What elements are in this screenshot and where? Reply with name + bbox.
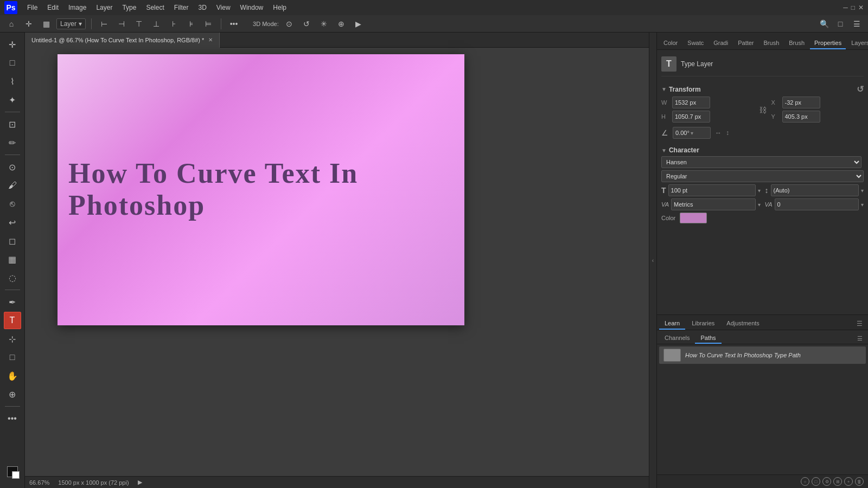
tab-adjustments[interactable]: Adjustments	[721, 318, 765, 330]
menu-help[interactable]: Help	[269, 3, 291, 12]
transform-reset-button[interactable]: ↺	[857, 84, 864, 94]
align-left[interactable]: ⊢	[97, 17, 111, 31]
font-family-select[interactable]: Hansen	[661, 156, 861, 168]
width-input[interactable]	[672, 97, 710, 108]
panel-options-icon[interactable]: ☰	[853, 318, 866, 330]
panel-icon-frame[interactable]: ⊞	[833, 477, 842, 486]
transform-section-header[interactable]: ▼ Transform ↺	[661, 81, 864, 97]
crop-tool[interactable]: ⊡	[4, 115, 21, 133]
align-middle[interactable]: ⊥	[149, 17, 163, 31]
tab-patterns[interactable]: Patter	[733, 37, 758, 49]
tab-libraries[interactable]: Libraries	[686, 318, 720, 330]
tab-color[interactable]: Color	[659, 37, 682, 49]
screen-mode[interactable]: □	[833, 17, 847, 31]
more-tools[interactable]: •••	[4, 410, 21, 427]
menu-3d[interactable]: 3D	[194, 3, 210, 12]
home-button[interactable]: ⌂	[4, 17, 18, 31]
y-input[interactable]	[782, 111, 820, 123]
more-options[interactable]: •••	[227, 17, 241, 31]
pen-tool[interactable]: ✒	[4, 293, 21, 311]
flip-h-icon[interactable]: ↔	[715, 129, 722, 137]
workspace[interactable]: ☰	[850, 17, 864, 31]
minimize-button[interactable]: ─	[843, 4, 848, 11]
close-button[interactable]: ✕	[858, 4, 864, 11]
menu-image[interactable]: Image	[64, 3, 91, 12]
marquee-tool[interactable]: □	[4, 54, 21, 72]
panel-icon-circle[interactable]: ○	[801, 477, 809, 486]
tab-brush1[interactable]: Brush	[760, 37, 784, 49]
leading-dropdown[interactable]: ▾	[861, 188, 864, 194]
maximize-button[interactable]: □	[851, 4, 855, 11]
selection-tool[interactable]: ⊹	[4, 330, 21, 348]
align-bottom[interactable]: ⊧	[184, 17, 198, 31]
zoom-tool[interactable]: ⊕	[4, 386, 21, 403]
panel-icon-add[interactable]: +	[844, 477, 853, 486]
menu-edit[interactable]: Edit	[43, 3, 63, 12]
search-button[interactable]: 🔍	[817, 17, 831, 31]
font-size-input[interactable]	[668, 184, 756, 196]
eyedropper-tool[interactable]: ✏	[4, 134, 21, 151]
tab-close-button[interactable]: ✕	[208, 37, 213, 43]
distribute[interactable]: ⊨	[201, 17, 215, 31]
shape-tool[interactable]: □	[4, 349, 21, 366]
text-tool[interactable]: T	[4, 312, 21, 329]
auto-select-option[interactable]: ▦	[39, 17, 53, 31]
sub-panel-options-icon[interactable]: ☰	[854, 333, 866, 344]
leading-input[interactable]	[771, 184, 859, 196]
align-center-v[interactable]: ⊣	[114, 17, 129, 31]
font-style-select[interactable]: Regular	[661, 170, 864, 182]
menu-filter[interactable]: Filter	[170, 3, 193, 12]
layer-dropdown[interactable]: Layer ▾	[56, 18, 86, 29]
character-section-header[interactable]: ▼ Character	[661, 143, 864, 156]
kerning-input[interactable]	[775, 198, 859, 210]
tab-swatches[interactable]: Swatc	[683, 37, 708, 49]
magic-wand-tool[interactable]: ✦	[4, 91, 21, 108]
color-swatch[interactable]	[680, 213, 707, 223]
tab-learn[interactable]: Learn	[659, 318, 685, 330]
move-tool[interactable]: ✛	[4, 36, 21, 53]
stamp-tool[interactable]: ⎋	[4, 195, 21, 213]
eraser-tool[interactable]: ◻	[4, 232, 21, 249]
panel-icon-delete[interactable]: 🗑	[855, 477, 864, 486]
move-tool-option[interactable]: ✛	[22, 17, 36, 31]
3d-option-2[interactable]: ↺	[299, 17, 314, 31]
blur-tool[interactable]: ◌	[4, 269, 21, 286]
panel-collapse-handle[interactable]: ‹	[649, 33, 656, 488]
flip-v-icon[interactable]: ↕	[726, 129, 729, 137]
tab-paths[interactable]: Paths	[695, 333, 721, 344]
tracking-input[interactable]	[671, 198, 755, 210]
path-list-item[interactable]: How To Curve Text In Photoshop Type Path	[659, 346, 866, 364]
angle-dropdown[interactable]: ▾	[691, 130, 693, 136]
angle-input[interactable]: 0.00° ▾	[673, 127, 711, 139]
spot-heal-tool[interactable]: ⊙	[4, 158, 21, 176]
history-tool[interactable]: ↩	[4, 214, 21, 231]
menu-select[interactable]: Select	[142, 3, 168, 12]
menu-view[interactable]: View	[212, 3, 235, 12]
x-input[interactable]	[782, 97, 820, 108]
tracking-dropdown[interactable]: ▾	[758, 202, 761, 208]
3d-option-3[interactable]: ✳	[317, 17, 331, 31]
tab-properties[interactable]: Properties	[810, 37, 846, 49]
brush-tool[interactable]: 🖌	[4, 177, 21, 194]
panel-icon-gear[interactable]: ⚙	[822, 477, 831, 486]
font-size-dropdown[interactable]: ▾	[758, 188, 761, 194]
menu-type[interactable]: Type	[118, 3, 141, 12]
tab-brush2[interactable]: Brush	[784, 37, 809, 49]
kerning-dropdown[interactable]: ▾	[861, 202, 864, 208]
lasso-tool[interactable]: ⌇	[4, 73, 21, 90]
tab-layers[interactable]: Layers	[847, 37, 868, 49]
menu-file[interactable]: File	[23, 3, 42, 12]
align-top[interactable]: ⊦	[167, 17, 181, 31]
3d-option-4[interactable]: ⊕	[334, 17, 348, 31]
tab-channels[interactable]: Channels	[659, 333, 695, 344]
align-right[interactable]: ⊤	[132, 17, 146, 31]
hand-tool[interactable]: ✋	[4, 367, 21, 384]
panel-icon-square[interactable]: □	[812, 477, 820, 486]
menu-layer[interactable]: Layer	[92, 3, 117, 12]
3d-option-5[interactable]: ▶	[352, 17, 366, 31]
menu-window[interactable]: Window	[236, 3, 268, 12]
foreground-background-colors[interactable]	[4, 463, 21, 480]
more-status[interactable]: ▶	[138, 479, 142, 486]
height-input[interactable]	[672, 111, 710, 123]
3d-option-1[interactable]: ⊙	[282, 17, 296, 31]
